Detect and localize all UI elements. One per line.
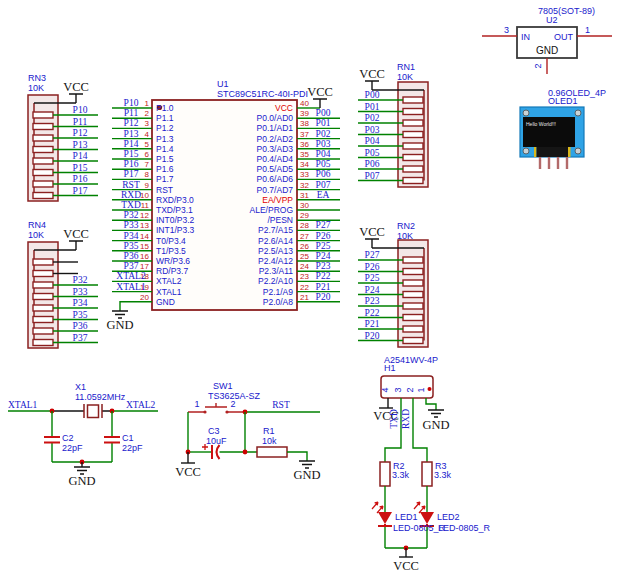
screw-hole-icon xyxy=(523,110,529,116)
net-label: P12 xyxy=(73,128,88,138)
pin-number: 1 xyxy=(585,25,590,35)
pin-number: 3 xyxy=(145,119,150,128)
net-label: P16 xyxy=(124,159,139,169)
net-label: P26 xyxy=(365,262,380,272)
net-label: P27 xyxy=(365,250,380,260)
pin-name: TXD/P3.1 xyxy=(156,205,193,215)
resistor-element xyxy=(403,292,423,298)
crystal-body xyxy=(88,405,99,418)
vcc-label: VCC xyxy=(359,67,385,81)
net-label: P23 xyxy=(316,261,331,271)
resistor-element xyxy=(403,326,423,332)
resistor-body xyxy=(380,462,390,486)
switch-icon xyxy=(205,403,227,407)
net-label: P10 xyxy=(73,105,88,115)
capacitor-icon xyxy=(104,437,120,443)
pin-name: XTAL2 xyxy=(156,276,182,286)
net-label: P17 xyxy=(73,186,88,196)
pin-name: P2.2/A10 xyxy=(258,276,293,286)
pin-number: 1 xyxy=(194,399,199,409)
pin-name: P2.7/A15 xyxy=(258,225,293,235)
resistor-element xyxy=(403,143,423,149)
resistor-element xyxy=(403,280,423,286)
net-label: P36 xyxy=(124,251,139,261)
net-label: P35 xyxy=(124,241,139,251)
net-label: XTAL1 xyxy=(8,400,38,410)
part-value: 11.0592MHz xyxy=(75,392,126,402)
ref-designator: H1 xyxy=(384,363,396,373)
crystal-plates xyxy=(84,404,102,418)
net-label: P06 xyxy=(316,169,331,179)
gnd-label: GND xyxy=(68,474,95,488)
vcc-flag-icon xyxy=(69,241,83,250)
led-arrows-icon xyxy=(372,502,383,513)
resistor-element xyxy=(403,132,423,138)
pin-number: 8 xyxy=(145,170,150,179)
pin-name: INT1/P3.3 xyxy=(156,225,195,235)
part-value: 10K xyxy=(28,230,44,240)
net-label: P14 xyxy=(73,151,88,161)
resistor-element xyxy=(403,166,423,172)
pin-number: 3 xyxy=(504,25,509,35)
net-label: P25 xyxy=(365,273,380,283)
net-label: P14 xyxy=(124,139,139,149)
part-value: 22pF xyxy=(122,443,143,453)
pin-number: 30 xyxy=(300,201,309,210)
pin-number: 11 xyxy=(141,201,150,210)
pin-number: 33 xyxy=(300,170,309,179)
resistor-element xyxy=(33,158,53,164)
oled-pins xyxy=(540,157,567,169)
pin-name: P2.4/A12 xyxy=(258,256,293,266)
pin-name: P1.4 xyxy=(156,144,174,154)
ref-designator: RN4 xyxy=(28,220,46,230)
net-label: P23 xyxy=(365,296,380,306)
net-label: P11 xyxy=(124,108,139,118)
pin-name: P1.5 xyxy=(156,154,174,164)
part-value: 10K xyxy=(28,83,44,93)
led-indicator-circuit[interactable]: R2 3.3k R3 3.3k LED1 LED-0805_R LED2 LED… xyxy=(372,461,491,573)
pin-number: 16 xyxy=(140,252,149,261)
pin-number: 2 xyxy=(230,399,235,409)
pin-name: GND xyxy=(156,297,175,307)
gnd-label: GND xyxy=(106,318,133,332)
pin-number: 9 xyxy=(145,181,150,190)
u1-mcu[interactable]: U1 STC89C51RC-40I-PDI VCC GND 1P10P1.02P… xyxy=(106,79,340,332)
junction-dot xyxy=(243,450,248,455)
net-label: P02 xyxy=(316,129,331,139)
reset-circuit[interactable]: SW1 TS3625A-SZ 1 2 RST C3 10uF R1 10k GN… xyxy=(175,381,320,482)
rn4-resistor-network[interactable]: RN4 10K VCC P32P33P34P35P36P37 xyxy=(28,220,98,348)
part-value: 22pF xyxy=(62,443,83,453)
ref-designator: C1 xyxy=(122,433,134,443)
resistor-element xyxy=(33,193,53,199)
part-value: 3.3k xyxy=(434,470,452,480)
oled-display-module[interactable]: 0.96OLED_4P OLED1 Hello World!!! xyxy=(520,88,606,169)
rn1-resistor-network[interactable]: RN1 10K VCC P00P01P02P03P04P05P06P07 xyxy=(358,62,428,187)
pin-name: RD/P3.7 xyxy=(156,266,188,276)
resistor-element xyxy=(403,155,423,161)
crystal-circuit[interactable]: XTAL1 XTAL2 X1 11.0592MHz C2 22pF C1 22p… xyxy=(8,382,158,488)
pin-name: P1.1 xyxy=(156,113,174,123)
ref-designator: U1 xyxy=(217,79,229,89)
resistor-body xyxy=(257,447,287,457)
net-label: P13 xyxy=(73,140,88,150)
pin-number: 31 xyxy=(300,191,309,200)
h1-serial-header[interactable]: A2541WV-4P H1 4 3 2 1 VCC GND TXD RXD xyxy=(373,355,449,462)
net-label: P26 xyxy=(316,231,331,241)
net-label: P21 xyxy=(365,319,380,329)
pin-name: T1/P3.5 xyxy=(156,246,186,256)
pin-number: 10 xyxy=(140,191,149,200)
pin-number: 21 xyxy=(300,293,309,302)
rn3-resistor-network[interactable]: RN3 10K VCC P10P11P12P13P14P15P16P17 xyxy=(28,73,98,201)
schematic-canvas[interactable]: 7805(SOT-89) U2 3 1 2 IN OUT GND 0.96OLE… xyxy=(0,0,623,587)
pin-number: 2 xyxy=(145,109,150,118)
net-label: P34 xyxy=(73,298,88,308)
pin1-marker xyxy=(428,387,432,391)
rn2-resistor-network[interactable]: RN2 10K VCC P27P26P25P24P23P22P21P20 xyxy=(358,221,428,347)
net-label: P17 xyxy=(124,169,139,179)
capacitor-icon xyxy=(44,437,60,443)
vcc-flag-icon xyxy=(365,239,379,248)
u2-voltage-regulator[interactable]: 7805(SOT-89) U2 3 1 2 IN OUT GND xyxy=(482,6,612,74)
net-label: P00 xyxy=(365,90,380,100)
net-label: P22 xyxy=(365,308,380,318)
part-value: 10uF xyxy=(206,436,227,446)
